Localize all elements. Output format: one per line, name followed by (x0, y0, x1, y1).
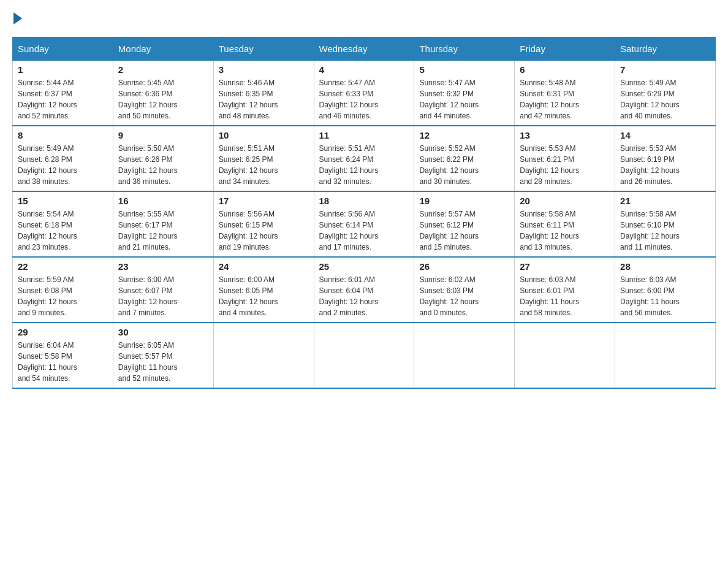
day-number: 1 (18, 64, 108, 75)
calendar-cell: 10Sunrise: 5:51 AMSunset: 6:25 PMDayligh… (213, 126, 314, 191)
calendar-cell: 8Sunrise: 5:49 AMSunset: 6:28 PMDaylight… (13, 126, 113, 191)
day-info: Sunrise: 6:04 AMSunset: 5:58 PMDaylight:… (18, 340, 108, 384)
weekday-header-thursday: Thursday (414, 37, 515, 61)
day-info: Sunrise: 6:00 AMSunset: 6:05 PMDaylight:… (219, 274, 309, 318)
day-number: 3 (219, 64, 309, 75)
day-info: Sunrise: 5:46 AMSunset: 6:35 PMDaylight:… (219, 77, 309, 121)
calendar-cell: 11Sunrise: 5:51 AMSunset: 6:24 PMDayligh… (314, 126, 414, 191)
day-number: 22 (18, 261, 108, 272)
weekday-header-row: SundayMondayTuesdayWednesdayThursdayFrid… (13, 37, 716, 61)
day-number: 4 (319, 64, 409, 75)
day-info: Sunrise: 6:02 AMSunset: 6:03 PMDaylight:… (419, 274, 509, 318)
calendar-cell (314, 323, 414, 388)
day-number: 15 (18, 196, 108, 206)
day-number: 7 (620, 64, 710, 75)
day-number: 18 (319, 196, 409, 206)
calendar-cell: 12Sunrise: 5:52 AMSunset: 6:22 PMDayligh… (414, 126, 515, 191)
day-info: Sunrise: 5:49 AMSunset: 6:28 PMDaylight:… (18, 143, 108, 187)
weekday-header-friday: Friday (515, 37, 615, 61)
day-number: 5 (419, 64, 509, 75)
calendar-cell: 29Sunrise: 6:04 AMSunset: 5:58 PMDayligh… (13, 323, 113, 388)
calendar-cell (414, 323, 515, 388)
day-info: Sunrise: 5:47 AMSunset: 6:32 PMDaylight:… (419, 77, 509, 121)
calendar-cell: 22Sunrise: 5:59 AMSunset: 6:08 PMDayligh… (13, 257, 113, 323)
calendar-cell: 9Sunrise: 5:50 AMSunset: 6:26 PMDaylight… (113, 126, 213, 191)
day-number: 26 (419, 261, 509, 272)
day-info: Sunrise: 5:47 AMSunset: 6:33 PMDaylight:… (319, 77, 409, 121)
day-number: 11 (319, 130, 409, 140)
calendar-cell: 24Sunrise: 6:00 AMSunset: 6:05 PMDayligh… (213, 257, 314, 323)
day-number: 2 (118, 64, 208, 75)
weekday-header-saturday: Saturday (615, 37, 716, 61)
calendar-week-3: 15Sunrise: 5:54 AMSunset: 6:18 PMDayligh… (13, 191, 716, 257)
day-number: 9 (118, 130, 208, 140)
calendar-cell: 14Sunrise: 5:53 AMSunset: 6:19 PMDayligh… (615, 126, 716, 191)
day-info: Sunrise: 5:50 AMSunset: 6:26 PMDaylight:… (118, 143, 208, 187)
day-info: Sunrise: 6:05 AMSunset: 5:57 PMDaylight:… (118, 340, 208, 384)
calendar-week-5: 29Sunrise: 6:04 AMSunset: 5:58 PMDayligh… (13, 323, 716, 388)
day-info: Sunrise: 5:54 AMSunset: 6:18 PMDaylight:… (18, 209, 108, 253)
day-number: 30 (118, 327, 208, 337)
day-info: Sunrise: 5:56 AMSunset: 6:14 PMDaylight:… (319, 209, 409, 253)
calendar-cell: 26Sunrise: 6:02 AMSunset: 6:03 PMDayligh… (414, 257, 515, 323)
weekday-header-sunday: Sunday (13, 37, 113, 61)
calendar-cell: 5Sunrise: 5:47 AMSunset: 6:32 PMDaylight… (414, 61, 515, 126)
day-info: Sunrise: 6:01 AMSunset: 6:04 PMDaylight:… (319, 274, 409, 318)
day-info: Sunrise: 6:00 AMSunset: 6:07 PMDaylight:… (118, 274, 208, 318)
calendar-table: SundayMondayTuesdayWednesdayThursdayFrid… (12, 37, 716, 389)
calendar-cell: 1Sunrise: 5:44 AMSunset: 6:37 PMDaylight… (13, 61, 113, 126)
day-number: 23 (118, 261, 208, 272)
day-number: 29 (18, 327, 108, 337)
page-header (12, 12, 716, 25)
calendar-cell: 27Sunrise: 6:03 AMSunset: 6:01 PMDayligh… (515, 257, 615, 323)
day-info: Sunrise: 5:44 AMSunset: 6:37 PMDaylight:… (18, 77, 108, 121)
day-info: Sunrise: 5:52 AMSunset: 6:22 PMDaylight:… (419, 143, 509, 187)
day-number: 17 (219, 196, 309, 206)
logo-arrow-icon (13, 12, 22, 25)
calendar-cell: 23Sunrise: 6:00 AMSunset: 6:07 PMDayligh… (113, 257, 213, 323)
day-info: Sunrise: 5:56 AMSunset: 6:15 PMDaylight:… (219, 209, 309, 253)
calendar-cell: 6Sunrise: 5:48 AMSunset: 6:31 PMDaylight… (515, 61, 615, 126)
day-info: Sunrise: 5:55 AMSunset: 6:17 PMDaylight:… (118, 209, 208, 253)
calendar-cell: 25Sunrise: 6:01 AMSunset: 6:04 PMDayligh… (314, 257, 414, 323)
day-info: Sunrise: 5:57 AMSunset: 6:12 PMDaylight:… (419, 209, 509, 253)
weekday-header-tuesday: Tuesday (213, 37, 314, 61)
weekday-header-monday: Monday (113, 37, 213, 61)
day-info: Sunrise: 5:49 AMSunset: 6:29 PMDaylight:… (620, 77, 710, 121)
day-number: 24 (219, 261, 309, 272)
calendar-cell: 4Sunrise: 5:47 AMSunset: 6:33 PMDaylight… (314, 61, 414, 126)
day-info: Sunrise: 5:53 AMSunset: 6:21 PMDaylight:… (520, 143, 610, 187)
calendar-cell: 2Sunrise: 5:45 AMSunset: 6:36 PMDaylight… (113, 61, 213, 126)
calendar-cell: 19Sunrise: 5:57 AMSunset: 6:12 PMDayligh… (414, 191, 515, 257)
calendar-week-2: 8Sunrise: 5:49 AMSunset: 6:28 PMDaylight… (13, 126, 716, 191)
day-number: 21 (620, 196, 710, 206)
calendar-cell (615, 323, 716, 388)
calendar-cell (213, 323, 314, 388)
day-number: 10 (219, 130, 309, 140)
day-number: 25 (319, 261, 409, 272)
day-info: Sunrise: 6:03 AMSunset: 6:00 PMDaylight:… (620, 274, 710, 318)
day-info: Sunrise: 5:51 AMSunset: 6:24 PMDaylight:… (319, 143, 409, 187)
day-info: Sunrise: 5:59 AMSunset: 6:08 PMDaylight:… (18, 274, 108, 318)
calendar-cell: 18Sunrise: 5:56 AMSunset: 6:14 PMDayligh… (314, 191, 414, 257)
calendar-cell: 20Sunrise: 5:58 AMSunset: 6:11 PMDayligh… (515, 191, 615, 257)
day-info: Sunrise: 5:58 AMSunset: 6:11 PMDaylight:… (520, 209, 610, 253)
calendar-cell: 28Sunrise: 6:03 AMSunset: 6:00 PMDayligh… (615, 257, 716, 323)
day-info: Sunrise: 5:45 AMSunset: 6:36 PMDaylight:… (118, 77, 208, 121)
day-number: 14 (620, 130, 710, 140)
day-number: 27 (520, 261, 610, 272)
calendar-cell: 17Sunrise: 5:56 AMSunset: 6:15 PMDayligh… (213, 191, 314, 257)
calendar-cell (515, 323, 615, 388)
weekday-header-wednesday: Wednesday (314, 37, 414, 61)
day-number: 12 (419, 130, 509, 140)
day-number: 8 (18, 130, 108, 140)
calendar-week-1: 1Sunrise: 5:44 AMSunset: 6:37 PMDaylight… (13, 61, 716, 126)
calendar-cell: 30Sunrise: 6:05 AMSunset: 5:57 PMDayligh… (113, 323, 213, 388)
day-number: 28 (620, 261, 710, 272)
day-number: 20 (520, 196, 610, 206)
calendar-cell: 16Sunrise: 5:55 AMSunset: 6:17 PMDayligh… (113, 191, 213, 257)
day-number: 6 (520, 64, 610, 75)
day-info: Sunrise: 5:51 AMSunset: 6:25 PMDaylight:… (219, 143, 309, 187)
logo-text (12, 12, 23, 25)
day-info: Sunrise: 5:58 AMSunset: 6:10 PMDaylight:… (620, 209, 710, 253)
